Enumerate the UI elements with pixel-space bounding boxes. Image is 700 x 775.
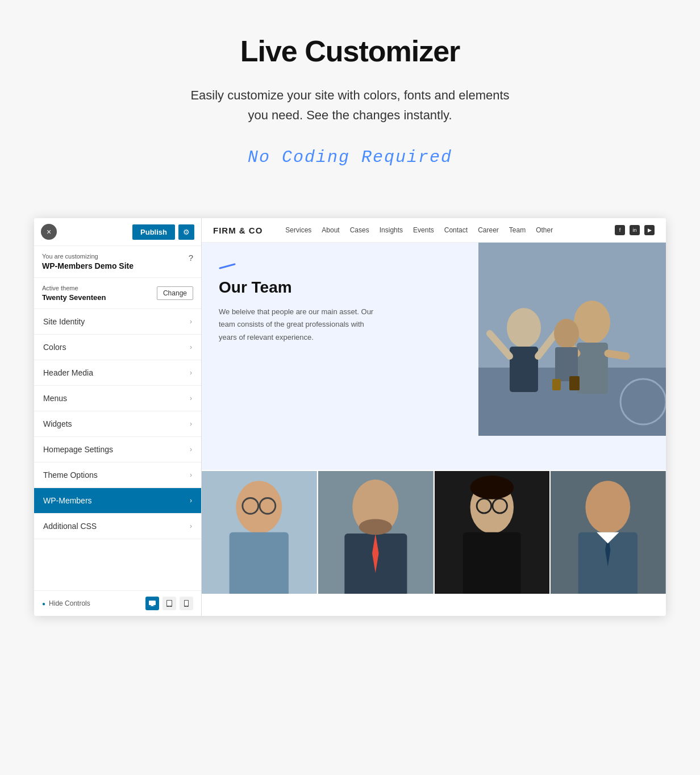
site-name: WP-Members Demo Site	[42, 261, 134, 270]
menu-item-colors[interactable]: Colors ›	[34, 335, 201, 360]
svg-rect-2	[150, 606, 155, 607]
menu-item-additional-css[interactable]: Additional CSS ›	[34, 514, 201, 539]
team-title: Our Team	[219, 278, 461, 297]
nav-link-events[interactable]: Events	[413, 226, 434, 234]
help-icon[interactable]: ?	[189, 253, 193, 262]
chevron-icon: ›	[190, 420, 192, 428]
site-content-area: Our Team We beleive that people are our …	[202, 243, 666, 470]
screenshot-wrapper: × Publish ⚙ You are customizing WP-Membe…	[34, 218, 666, 616]
menu-item-label: Theme Options	[43, 470, 98, 480]
menu-item-site-identity[interactable]: Site Identity ›	[34, 309, 201, 335]
close-button[interactable]: ×	[41, 224, 57, 240]
circle-icon: ●	[42, 601, 45, 607]
active-theme-section: Active theme Twenty Seventeen Change	[34, 278, 201, 309]
menu-item-header-media[interactable]: Header Media ›	[34, 360, 201, 386]
hide-controls-button[interactable]: ● Hide Controls	[42, 599, 90, 607]
svg-point-5	[169, 606, 170, 607]
chevron-icon: ›	[190, 471, 192, 479]
site-preview: FIRM & CO Services About Cases Insights …	[202, 218, 666, 616]
team-photo-1	[202, 471, 317, 594]
gear-button[interactable]: ⚙	[178, 224, 194, 240]
nav-link-insights[interactable]: Insights	[380, 226, 403, 234]
hide-controls-label: Hide Controls	[49, 599, 90, 607]
menu-item-label: Header Media	[43, 368, 93, 377]
menu-item-wp-members[interactable]: WP-Members ›	[34, 488, 201, 514]
menu-item-theme-options[interactable]: Theme Options ›	[34, 463, 201, 488]
chevron-icon: ›	[190, 318, 192, 326]
menu-item-label: Colors	[43, 343, 66, 352]
customizer-toolbar: × Publish ⚙	[34, 218, 201, 246]
menu-item-widgets[interactable]: Widgets ›	[34, 411, 201, 437]
customizing-label: You are customizing	[42, 253, 134, 260]
menu-items-list: Site Identity › Colors › Header Media › …	[34, 309, 201, 590]
social-icons: f in ▶	[615, 225, 655, 235]
nav-links: Services About Cases Insights Events Con…	[285, 226, 615, 234]
mobile-icon[interactable]	[180, 597, 193, 610]
theme-name: Twenty Seventeen	[42, 293, 106, 302]
device-icons	[145, 597, 193, 610]
chevron-icon: ›	[190, 394, 192, 402]
svg-rect-37	[463, 532, 520, 594]
chevron-icon: ›	[190, 497, 192, 505]
menu-item-label: Site Identity	[43, 317, 85, 326]
chevron-icon: ›	[190, 522, 192, 530]
menu-item-label: WP-Members	[43, 496, 92, 505]
no-coding-label: No Coding Required	[11, 148, 689, 167]
menu-item-label: Widgets	[43, 419, 72, 428]
hero-title: Live Customizer	[11, 34, 689, 68]
team-content-left: Our Team We beleive that people are our …	[202, 243, 478, 470]
desktop-icon[interactable]	[145, 597, 159, 610]
nav-link-career[interactable]: Career	[478, 226, 499, 234]
menu-item-label: Homepage Settings	[43, 445, 113, 454]
chevron-icon: ›	[190, 369, 192, 377]
customizer-info: You are customizing WP-Members Demo Site…	[34, 246, 201, 278]
menu-item-homepage-settings[interactable]: Homepage Settings ›	[34, 437, 201, 463]
nav-link-services[interactable]: Services	[285, 226, 311, 234]
nav-link-about[interactable]: About	[322, 226, 339, 234]
youtube-icon[interactable]: ▶	[644, 225, 655, 235]
svg-rect-0	[149, 601, 156, 605]
nav-link-team[interactable]: Team	[509, 226, 526, 234]
linkedin-icon[interactable]: in	[630, 225, 640, 235]
svg-rect-16	[577, 343, 608, 394]
menu-item-label: Additional CSS	[43, 522, 97, 531]
accent-line	[219, 264, 236, 270]
team-photo-2	[318, 471, 434, 594]
svg-point-15	[574, 301, 610, 344]
svg-rect-26	[230, 532, 289, 594]
svg-rect-22	[569, 376, 580, 390]
svg-point-34	[359, 519, 392, 535]
site-nav: FIRM & CO Services About Cases Insights …	[202, 218, 666, 243]
publish-button[interactable]: Publish	[132, 224, 175, 240]
hero-section: Live Customizer Easily customize your si…	[0, 0, 700, 218]
customizer-footer: ● Hide Controls	[34, 590, 201, 616]
svg-rect-7	[185, 601, 188, 606]
facebook-icon[interactable]: f	[615, 225, 625, 235]
team-photos-row	[202, 470, 666, 595]
nav-link-contact[interactable]: Contact	[444, 226, 468, 234]
team-photo-4	[551, 471, 666, 594]
change-theme-button[interactable]: Change	[157, 286, 193, 300]
svg-point-43	[586, 481, 631, 534]
hero-subtitle: Easily customize your site with colors, …	[180, 85, 520, 125]
site-logo: FIRM & CO	[213, 226, 262, 235]
team-image-area	[478, 243, 666, 470]
svg-point-19	[554, 319, 579, 348]
nav-link-cases[interactable]: Cases	[350, 226, 369, 234]
svg-point-41	[470, 476, 513, 499]
menu-item-label: Menus	[43, 394, 67, 403]
theme-label: Active theme	[42, 285, 106, 291]
svg-rect-21	[552, 379, 561, 390]
svg-point-8	[186, 606, 187, 607]
chevron-icon: ›	[190, 445, 192, 453]
team-photo-3	[435, 471, 550, 594]
svg-rect-4	[167, 601, 172, 606]
svg-line-18	[608, 353, 626, 356]
customizer-panel: × Publish ⚙ You are customizing WP-Membe…	[34, 218, 202, 616]
nav-link-other[interactable]: Other	[536, 226, 553, 234]
svg-point-11	[507, 308, 541, 348]
svg-rect-12	[510, 347, 538, 392]
menu-item-menus[interactable]: Menus ›	[34, 386, 201, 411]
svg-rect-1	[151, 605, 153, 606]
tablet-icon[interactable]	[163, 597, 176, 610]
